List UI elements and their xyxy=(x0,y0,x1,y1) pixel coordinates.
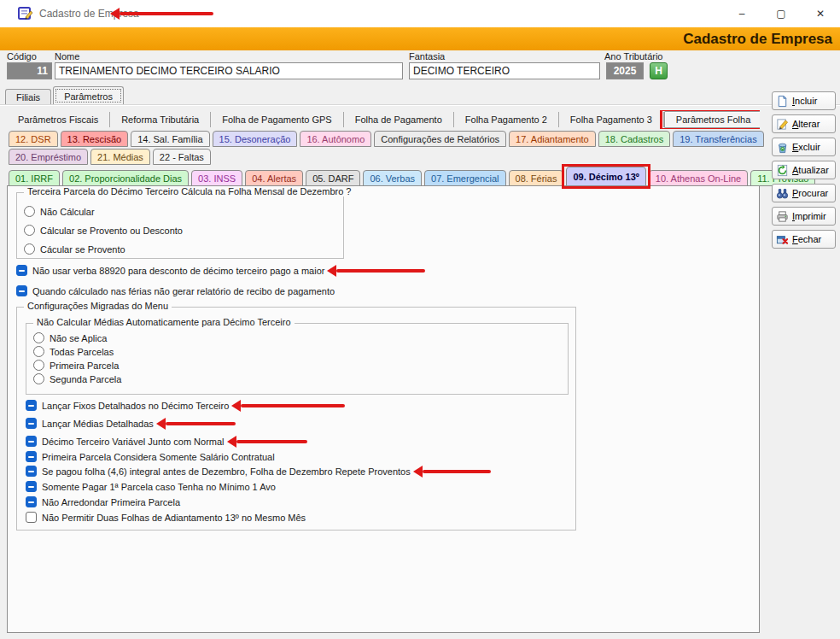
header-title: Cadastro de Empresa xyxy=(683,31,832,48)
checkbox-nao-permitir-duas-folhas[interactable] xyxy=(26,512,37,523)
tab-reforma-tributaria[interactable]: Reforma Tributária xyxy=(110,112,211,127)
tab-parametros-fiscais[interactable]: Parâmetros Fiscais xyxy=(7,112,110,127)
radio-row[interactable]: Não se Aplica xyxy=(33,331,107,344)
tab-07-emergencial[interactable]: 07. Emergencial xyxy=(424,170,506,186)
tab-19-transferencias[interactable]: 19. Transferências xyxy=(673,131,764,147)
close-button[interactable]: ✕ xyxy=(801,0,840,27)
tab-folha-pagamento-3[interactable]: Folha Pagamento 3 xyxy=(559,112,664,127)
checkbox-row[interactable]: Quando cálculado nas férias não gerar re… xyxy=(16,284,335,297)
radio-row[interactable]: Não Cálcular xyxy=(24,205,95,218)
tab-filiais[interactable]: Filiais xyxy=(5,89,51,105)
checkbox-row[interactable]: Não Arredondar Primeira Parcela xyxy=(26,495,180,508)
radio-nao-calcular[interactable] xyxy=(24,206,35,217)
historico-button[interactable]: H xyxy=(650,62,668,79)
checkbox-row[interactable]: Não usar verba 88920 para desconto de dé… xyxy=(16,264,425,277)
tab-01-irrf[interactable]: 01. IRRF xyxy=(9,170,60,186)
tab-03-inss[interactable]: 03. INSS xyxy=(191,170,242,186)
tab-15-desoneracao[interactable]: 15. Desoneração xyxy=(213,131,298,147)
checkbox-row[interactable]: Se pagou folha (4,6) integral antes de D… xyxy=(26,465,491,478)
tab-02-proporcionalidade-dias[interactable]: 02. Proporcionalidade Dias xyxy=(62,170,189,186)
radio-row[interactable]: Cálcular se Provento ou Desconto xyxy=(24,224,183,237)
radio-row[interactable]: Todas Parcelas xyxy=(33,345,114,358)
atualizar-button[interactable]: Atualizar xyxy=(772,161,836,179)
tab-09-decimo-13[interactable]: 09. Décimo 13º xyxy=(566,167,645,186)
codigo-field[interactable]: 11 xyxy=(7,62,52,79)
tab-13-rescisao[interactable]: 13. Rescisão xyxy=(61,131,129,147)
checkbox-lancar-medias-detalhadas[interactable] xyxy=(26,418,37,429)
radio-nao-se-aplica[interactable] xyxy=(33,332,44,343)
radio-label: Primeira Parcela xyxy=(50,361,119,371)
tab-configuracoes-relatorios[interactable]: Configurações de Relatórios xyxy=(374,131,506,147)
tab-14-sal-familia[interactable]: 14. Sal. Família xyxy=(131,131,209,147)
tab-folha-pagamento-gps[interactable]: Folha de Pagamento GPS xyxy=(211,112,343,127)
radio-label: Segunda Parcela xyxy=(50,374,121,384)
checkbox-se-pagou-folha-integral[interactable] xyxy=(26,466,37,477)
radio-row[interactable]: Primeira Parcela xyxy=(33,359,119,372)
radio-calcular-provento-desconto[interactable] xyxy=(24,225,35,236)
tab-12-dsr[interactable]: 12. DSR xyxy=(9,131,58,147)
fechar-button[interactable]: Fechar xyxy=(772,230,836,249)
tab-20-emprestimo[interactable]: 20. Empréstimo xyxy=(9,149,88,165)
checkbox-quando-calculado-ferias[interactable] xyxy=(16,285,27,296)
radio-primeira-parcela[interactable] xyxy=(33,360,44,371)
checkbox-row[interactable]: Lançar Médias Detalhadas xyxy=(26,417,236,430)
fantasia-field[interactable]: DECIMO TERCEIRO xyxy=(409,62,600,79)
checkbox-label: Somente Pagar 1ª Parcela caso Tenha no M… xyxy=(42,482,276,492)
checkbox-row[interactable]: Décimo Terceiro Variável Junto com Norma… xyxy=(26,435,307,448)
minimize-button[interactable]: – xyxy=(722,0,761,27)
title-bar: Cadastro de Empresa – ▢ ✕ xyxy=(0,0,840,27)
checkbox-lancar-fixos-detalhados[interactable] xyxy=(26,400,37,411)
radio-row[interactable]: Segunda Parcela xyxy=(33,372,121,385)
nome-label: Nome xyxy=(55,51,79,62)
excluir-button[interactable]: Excluir xyxy=(772,138,836,156)
imprimir-button[interactable]: Imprimir xyxy=(772,207,836,226)
tab-05-darf[interactable]: 05. DARF xyxy=(306,170,360,186)
tab-18-cadastros[interactable]: 18. Cadastros xyxy=(598,131,670,147)
annotation-arrow xyxy=(336,269,425,273)
ano-tributario-label: Ano Tributário xyxy=(604,51,662,62)
checkbox-somente-pagar-primeira-parcela[interactable] xyxy=(26,481,37,492)
checkbox-row[interactable]: Primeira Parcela Considera Somente Salár… xyxy=(26,450,275,463)
incluir-button[interactable]: Incluir xyxy=(772,91,836,110)
tab-21-medias[interactable]: 21. Médias xyxy=(90,149,150,165)
checkbox-label: Não usar verba 88920 para desconto de dé… xyxy=(32,266,324,276)
checkbox-row[interactable]: Lançar Fixos Detalhados no Décimo Tercei… xyxy=(26,399,345,412)
tab-10-athenas-on-line[interactable]: 10. Athenas On-Line xyxy=(649,170,748,186)
checkbox-nao-usar-verba-88920[interactable] xyxy=(16,265,27,276)
radio-segunda-parcela[interactable] xyxy=(33,373,44,384)
radio-row[interactable]: Cácular se Provento xyxy=(24,243,125,255)
checkbox-row[interactable]: Somente Pagar 1ª Parcela caso Tenha no M… xyxy=(26,480,276,493)
annotation-arrow xyxy=(423,470,491,473)
checkbox-primeira-parcela-salario-contratual[interactable] xyxy=(26,451,37,462)
checkbox-decimo-variavel-normal[interactable] xyxy=(26,436,37,447)
tab-folha-pagamento[interactable]: Folha de Pagamento xyxy=(344,112,454,127)
ano-tributario-field[interactable]: 2025 xyxy=(606,62,644,79)
tab-parametros-folha[interactable]: Parâmetros Folha xyxy=(664,111,760,128)
close-window-icon xyxy=(776,233,789,246)
button-label: Excluir xyxy=(792,142,820,152)
tab-17-adiantamento[interactable]: 17. Adiantamento xyxy=(509,131,596,147)
tab-parametros[interactable]: Parâmetros xyxy=(53,86,124,105)
tab-22-faltas[interactable]: 22 - Faltas xyxy=(153,149,211,165)
nome-field[interactable]: TREINAMENTO DECIMO TERCEIRO SALARIO xyxy=(55,62,403,79)
alterar-button[interactable]: Alterar xyxy=(772,114,836,133)
tab-16-autonomo[interactable]: 16. Autônomo xyxy=(300,131,371,147)
radio-label: Cácular se Provento xyxy=(40,244,125,255)
radio-calcular-provento[interactable] xyxy=(24,243,35,255)
edit-pencil-icon xyxy=(776,118,789,131)
radio-todas-parcelas[interactable] xyxy=(33,346,44,357)
procurar-button[interactable]: Procurar xyxy=(772,184,836,202)
folha-tabs: Parâmetros Fiscais Reforma Tributária Fo… xyxy=(7,110,760,129)
checkbox-nao-arredondar-primeira-parcela[interactable] xyxy=(26,496,37,507)
printer-icon xyxy=(776,210,789,223)
checkbox-row[interactable]: Não Permitir Duas Folhas de Adiantamento… xyxy=(26,511,306,524)
binoculars-icon xyxy=(776,187,789,200)
maximize-button[interactable]: ▢ xyxy=(761,0,801,27)
button-label: Atualizar xyxy=(792,165,829,175)
nao-calcular-medias-group: Não Calcular Médias Automaticamente para… xyxy=(26,323,569,395)
tab-06-verbas[interactable]: 06. Verbas xyxy=(363,170,422,186)
tab-folha-pagamento-2[interactable]: Folha Pagamento 2 xyxy=(454,112,559,127)
tab-08-ferias[interactable]: 08. Férias xyxy=(509,170,564,186)
annotation-arrow xyxy=(166,422,236,425)
tab-04-alertas[interactable]: 04. Alertas xyxy=(245,170,303,186)
